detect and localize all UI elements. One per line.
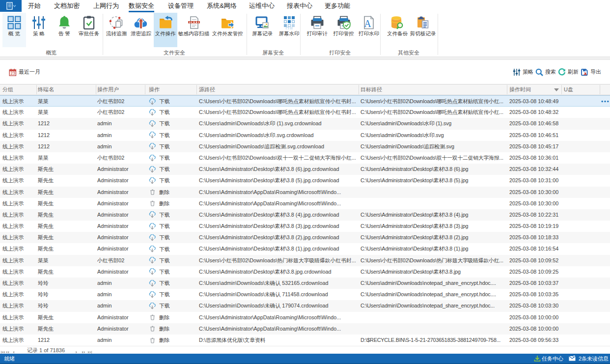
svg-text:A: A (364, 18, 371, 29)
svg-text:23: 23 (10, 71, 15, 76)
